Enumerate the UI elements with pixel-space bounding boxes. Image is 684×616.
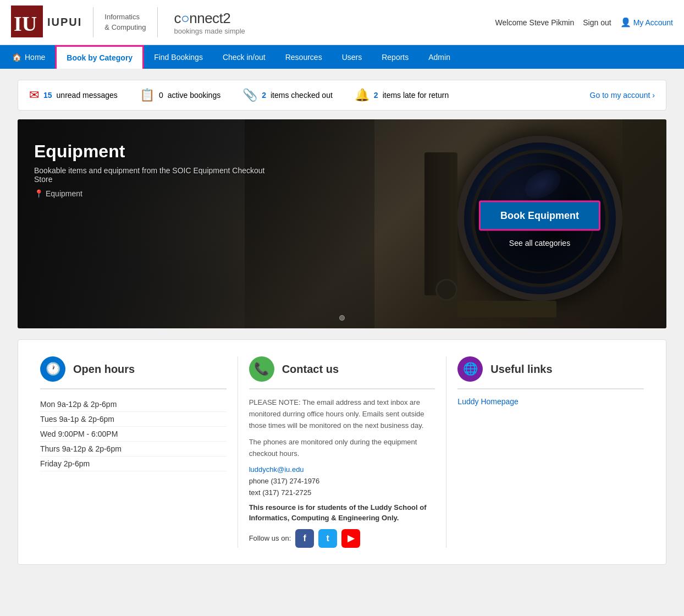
open-hours-column: 🕐 Open hours Mon 9a-12p & 2p-6pm Tues 9a… bbox=[29, 356, 238, 548]
useful-links-title: Useful links bbox=[490, 363, 552, 376]
mail-icon: ✉ bbox=[29, 88, 39, 102]
nav-book-category-label: Book by Category bbox=[67, 53, 133, 62]
nav-admin-label: Admin bbox=[428, 53, 450, 62]
message-label: unread messages bbox=[57, 91, 118, 100]
checked-count: 2 bbox=[262, 91, 266, 100]
late-count: 2 bbox=[374, 91, 378, 100]
hero-title: Equipment bbox=[34, 141, 265, 162]
globe-icon: 🌐 bbox=[457, 356, 483, 382]
nav-reports-label: Reports bbox=[382, 53, 409, 62]
my-account-link[interactable]: 👤 My Account bbox=[620, 17, 673, 28]
hero-buttons: Book Equipment See all categories bbox=[479, 201, 600, 248]
late-label: items late for return bbox=[383, 91, 449, 100]
department-text: Informatics & Computing bbox=[104, 12, 146, 32]
nav-users[interactable]: Users bbox=[332, 45, 372, 69]
nav-find-bookings-label: Find Bookings bbox=[154, 53, 203, 62]
hours-wed: Wed 9:00PM - 6:00PM bbox=[40, 427, 227, 442]
location-pin-icon: 📍 bbox=[34, 189, 43, 198]
nav-find-bookings[interactable]: Find Bookings bbox=[144, 45, 213, 69]
book-equipment-button[interactable]: Book Equipment bbox=[479, 201, 600, 231]
nav-resources[interactable]: Resources bbox=[275, 45, 332, 69]
hours-list: Mon 9a-12p & 2p-6pm Tues 9a-1p & 2p-6pm … bbox=[40, 397, 227, 471]
connect2-logo: c○nnect2 bookings made simple bbox=[174, 10, 245, 35]
luddy-homepage-link[interactable]: Luddy Homepage bbox=[457, 397, 644, 406]
svg-text:IU: IU bbox=[14, 12, 37, 35]
header-left: IU IUPUI Informatics & Computing c○nnect… bbox=[11, 6, 245, 39]
hero-location: 📍 Equipment bbox=[34, 189, 265, 198]
my-account-label: My Account bbox=[633, 18, 673, 27]
info-section: 🕐 Open hours Mon 9a-12p & 2p-6pm Tues 9a… bbox=[18, 339, 666, 565]
bookings-icon: 📋 bbox=[140, 88, 155, 102]
bookings-label: active bookings bbox=[168, 91, 221, 100]
sign-out-link[interactable]: Sign out bbox=[583, 18, 611, 27]
checked-label: items checked out bbox=[271, 91, 333, 100]
status-messages[interactable]: ✉ 15 unread messages bbox=[29, 88, 118, 102]
contact-note2: The phones are monitored only during the… bbox=[249, 437, 435, 460]
connect2-tagline: bookings made simple bbox=[174, 27, 245, 35]
follow-label: Follow us on: bbox=[249, 534, 291, 542]
status-bookings[interactable]: 📋 0 active bookings bbox=[140, 88, 220, 102]
late-icon: 🔔 bbox=[355, 88, 369, 102]
contact-title: Contact us bbox=[282, 363, 339, 376]
nav-home-label: Home bbox=[25, 53, 45, 62]
phone-icon: 📞 bbox=[249, 356, 274, 382]
nav-users-label: Users bbox=[342, 53, 362, 62]
nav-home[interactable]: 🏠 Home bbox=[2, 45, 55, 69]
contact-phone: phone (317) 274-1976 bbox=[249, 477, 435, 485]
status-checked-out[interactable]: 📎 2 items checked out bbox=[242, 88, 333, 102]
hero-description: Bookable items and equipment from the SO… bbox=[34, 166, 265, 184]
useful-links-header: 🌐 Useful links bbox=[457, 356, 644, 389]
nav-book-by-category[interactable]: Book by Category bbox=[55, 45, 144, 69]
iu-emblem: IU bbox=[11, 6, 43, 39]
hero-location-text: Equipment bbox=[46, 189, 82, 198]
go-account-label: Go to my account bbox=[590, 91, 650, 100]
facebook-button[interactable]: f bbox=[295, 529, 314, 548]
hero-content: Equipment Bookable items and equipment f… bbox=[34, 141, 265, 198]
clock-icon: 🕐 bbox=[40, 356, 65, 382]
nav-reports[interactable]: Reports bbox=[372, 45, 418, 69]
user-icon: 👤 bbox=[620, 17, 631, 28]
message-count: 15 bbox=[43, 91, 52, 100]
social-follow: Follow us on: f t ▶ bbox=[249, 529, 435, 548]
connect2-title: c○nnect2 bbox=[174, 10, 245, 27]
hours-tue: Tues 9a-1p & 2p-6pm bbox=[40, 412, 227, 427]
chevron-right-icon: › bbox=[652, 91, 655, 100]
status-bar: ✉ 15 unread messages 📋 0 active bookings… bbox=[18, 80, 666, 111]
contact-disclaimer: This resource is for students of the Lud… bbox=[249, 502, 435, 524]
twitter-button[interactable]: t bbox=[318, 529, 337, 548]
hours-mon: Mon 9a-12p & 2p-6pm bbox=[40, 397, 227, 412]
main-content: ✉ 15 unread messages 📋 0 active bookings… bbox=[12, 80, 672, 565]
header-divider1 bbox=[93, 7, 93, 37]
nav-resources-label: Resources bbox=[285, 53, 322, 62]
iupui-text: IUPUI bbox=[47, 16, 82, 29]
contact-column: 📞 Contact us PLEASE NOTE: The email addr… bbox=[238, 356, 447, 548]
welcome-text: Welcome Steve Pikmin bbox=[495, 18, 575, 27]
open-hours-title: Open hours bbox=[73, 363, 135, 376]
home-icon: 🏠 bbox=[12, 53, 21, 62]
nav-admin[interactable]: Admin bbox=[418, 45, 460, 69]
go-to-account-link[interactable]: Go to my account › bbox=[590, 91, 655, 100]
nav-checkin-out[interactable]: Check in/out bbox=[213, 45, 275, 69]
iupui-logo: IU IUPUI bbox=[11, 6, 82, 39]
youtube-button[interactable]: ▶ bbox=[341, 529, 360, 548]
iupui-acronym: IUPUI bbox=[47, 16, 82, 29]
contact-email[interactable]: luddychk@iu.edu bbox=[249, 465, 435, 474]
bookings-count: 0 bbox=[159, 91, 163, 100]
header-divider2 bbox=[157, 7, 158, 37]
useful-links-column: 🌐 Useful links Luddy Homepage bbox=[446, 356, 655, 548]
checked-icon: 📎 bbox=[242, 88, 257, 102]
see-all-categories-link[interactable]: See all categories bbox=[509, 239, 570, 248]
header: IU IUPUI Informatics & Computing c○nnect… bbox=[0, 0, 684, 45]
hours-fri: Friday 2p-6pm bbox=[40, 457, 227, 471]
status-items: ✉ 15 unread messages 📋 0 active bookings… bbox=[29, 88, 449, 102]
open-hours-header: 🕐 Open hours bbox=[40, 356, 227, 389]
status-late[interactable]: 🔔 2 items late for return bbox=[355, 88, 449, 102]
contact-text-number: text (317) 721-2725 bbox=[249, 488, 435, 497]
hero-section: Equipment Bookable items and equipment f… bbox=[18, 119, 666, 328]
hours-thu: Thurs 9a-12p & 2p-6pm bbox=[40, 442, 227, 457]
contact-note1: PLEASE NOTE: The email address and text … bbox=[249, 397, 435, 431]
nav-bar: 🏠 Home Book by Category Find Bookings Ch… bbox=[0, 45, 684, 69]
nav-checkin-label: Check in/out bbox=[223, 53, 266, 62]
header-right: Welcome Steve Pikmin Sign out 👤 My Accou… bbox=[495, 17, 673, 28]
contact-header: 📞 Contact us bbox=[249, 356, 435, 389]
